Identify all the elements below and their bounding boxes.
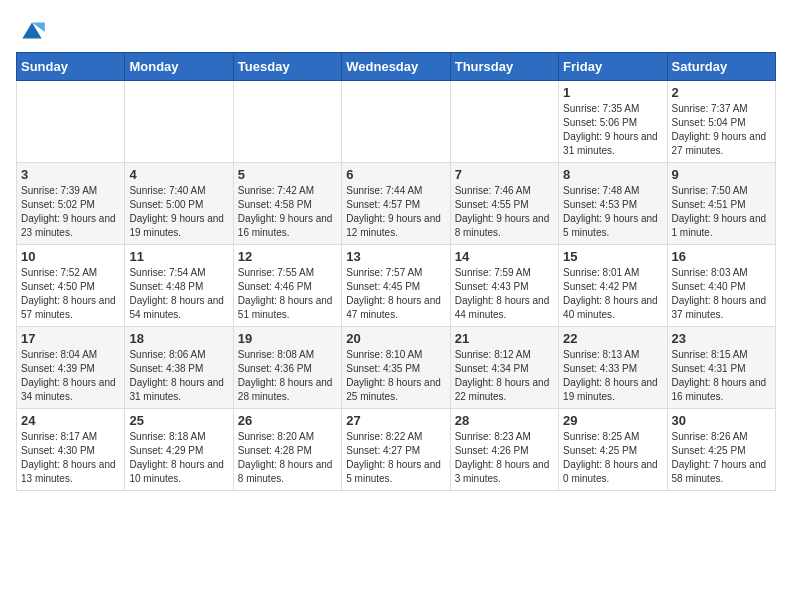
calendar-cell: 4Sunrise: 7:40 AM Sunset: 5:00 PM Daylig… bbox=[125, 163, 233, 245]
calendar-cell: 24Sunrise: 8:17 AM Sunset: 4:30 PM Dayli… bbox=[17, 409, 125, 491]
calendar-cell: 6Sunrise: 7:44 AM Sunset: 4:57 PM Daylig… bbox=[342, 163, 450, 245]
day-info: Sunrise: 8:17 AM Sunset: 4:30 PM Dayligh… bbox=[21, 430, 120, 486]
calendar-week-row: 24Sunrise: 8:17 AM Sunset: 4:30 PM Dayli… bbox=[17, 409, 776, 491]
calendar-cell: 21Sunrise: 8:12 AM Sunset: 4:34 PM Dayli… bbox=[450, 327, 558, 409]
day-info: Sunrise: 8:10 AM Sunset: 4:35 PM Dayligh… bbox=[346, 348, 445, 404]
day-number: 5 bbox=[238, 167, 337, 182]
calendar-cell: 3Sunrise: 7:39 AM Sunset: 5:02 PM Daylig… bbox=[17, 163, 125, 245]
day-number: 12 bbox=[238, 249, 337, 264]
calendar-cell bbox=[233, 81, 341, 163]
calendar-cell: 9Sunrise: 7:50 AM Sunset: 4:51 PM Daylig… bbox=[667, 163, 775, 245]
calendar-cell: 5Sunrise: 7:42 AM Sunset: 4:58 PM Daylig… bbox=[233, 163, 341, 245]
day-info: Sunrise: 7:59 AM Sunset: 4:43 PM Dayligh… bbox=[455, 266, 554, 322]
day-info: Sunrise: 7:46 AM Sunset: 4:55 PM Dayligh… bbox=[455, 184, 554, 240]
day-number: 23 bbox=[672, 331, 771, 346]
day-info: Sunrise: 8:01 AM Sunset: 4:42 PM Dayligh… bbox=[563, 266, 662, 322]
day-info: Sunrise: 8:18 AM Sunset: 4:29 PM Dayligh… bbox=[129, 430, 228, 486]
day-info: Sunrise: 8:06 AM Sunset: 4:38 PM Dayligh… bbox=[129, 348, 228, 404]
calendar-cell: 28Sunrise: 8:23 AM Sunset: 4:26 PM Dayli… bbox=[450, 409, 558, 491]
day-number: 10 bbox=[21, 249, 120, 264]
calendar-cell: 8Sunrise: 7:48 AM Sunset: 4:53 PM Daylig… bbox=[559, 163, 667, 245]
calendar-cell: 2Sunrise: 7:37 AM Sunset: 5:04 PM Daylig… bbox=[667, 81, 775, 163]
day-info: Sunrise: 8:20 AM Sunset: 4:28 PM Dayligh… bbox=[238, 430, 337, 486]
day-number: 4 bbox=[129, 167, 228, 182]
calendar-cell: 1Sunrise: 7:35 AM Sunset: 5:06 PM Daylig… bbox=[559, 81, 667, 163]
calendar-week-row: 17Sunrise: 8:04 AM Sunset: 4:39 PM Dayli… bbox=[17, 327, 776, 409]
day-info: Sunrise: 7:52 AM Sunset: 4:50 PM Dayligh… bbox=[21, 266, 120, 322]
day-number: 22 bbox=[563, 331, 662, 346]
day-number: 13 bbox=[346, 249, 445, 264]
day-info: Sunrise: 7:40 AM Sunset: 5:00 PM Dayligh… bbox=[129, 184, 228, 240]
day-info: Sunrise: 7:57 AM Sunset: 4:45 PM Dayligh… bbox=[346, 266, 445, 322]
calendar-cell: 15Sunrise: 8:01 AM Sunset: 4:42 PM Dayli… bbox=[559, 245, 667, 327]
day-number: 15 bbox=[563, 249, 662, 264]
day-info: Sunrise: 8:03 AM Sunset: 4:40 PM Dayligh… bbox=[672, 266, 771, 322]
calendar-cell: 17Sunrise: 8:04 AM Sunset: 4:39 PM Dayli… bbox=[17, 327, 125, 409]
calendar-week-row: 3Sunrise: 7:39 AM Sunset: 5:02 PM Daylig… bbox=[17, 163, 776, 245]
calendar-cell: 10Sunrise: 7:52 AM Sunset: 4:50 PM Dayli… bbox=[17, 245, 125, 327]
day-number: 7 bbox=[455, 167, 554, 182]
calendar-cell: 13Sunrise: 7:57 AM Sunset: 4:45 PM Dayli… bbox=[342, 245, 450, 327]
day-info: Sunrise: 8:13 AM Sunset: 4:33 PM Dayligh… bbox=[563, 348, 662, 404]
weekday-header-tuesday: Tuesday bbox=[233, 53, 341, 81]
day-number: 1 bbox=[563, 85, 662, 100]
weekday-header-friday: Friday bbox=[559, 53, 667, 81]
day-number: 18 bbox=[129, 331, 228, 346]
day-info: Sunrise: 7:37 AM Sunset: 5:04 PM Dayligh… bbox=[672, 102, 771, 158]
day-number: 20 bbox=[346, 331, 445, 346]
calendar-cell bbox=[125, 81, 233, 163]
day-number: 16 bbox=[672, 249, 771, 264]
calendar-cell: 7Sunrise: 7:46 AM Sunset: 4:55 PM Daylig… bbox=[450, 163, 558, 245]
calendar-cell: 29Sunrise: 8:25 AM Sunset: 4:25 PM Dayli… bbox=[559, 409, 667, 491]
day-number: 6 bbox=[346, 167, 445, 182]
calendar-cell: 11Sunrise: 7:54 AM Sunset: 4:48 PM Dayli… bbox=[125, 245, 233, 327]
weekday-header-sunday: Sunday bbox=[17, 53, 125, 81]
day-info: Sunrise: 8:22 AM Sunset: 4:27 PM Dayligh… bbox=[346, 430, 445, 486]
day-info: Sunrise: 8:26 AM Sunset: 4:25 PM Dayligh… bbox=[672, 430, 771, 486]
day-number: 19 bbox=[238, 331, 337, 346]
day-number: 17 bbox=[21, 331, 120, 346]
calendar-cell: 20Sunrise: 8:10 AM Sunset: 4:35 PM Dayli… bbox=[342, 327, 450, 409]
day-info: Sunrise: 8:08 AM Sunset: 4:36 PM Dayligh… bbox=[238, 348, 337, 404]
day-number: 2 bbox=[672, 85, 771, 100]
calendar-cell bbox=[342, 81, 450, 163]
day-info: Sunrise: 7:54 AM Sunset: 4:48 PM Dayligh… bbox=[129, 266, 228, 322]
calendar-cell: 26Sunrise: 8:20 AM Sunset: 4:28 PM Dayli… bbox=[233, 409, 341, 491]
day-number: 3 bbox=[21, 167, 120, 182]
day-info: Sunrise: 7:42 AM Sunset: 4:58 PM Dayligh… bbox=[238, 184, 337, 240]
day-number: 26 bbox=[238, 413, 337, 428]
day-number: 8 bbox=[563, 167, 662, 182]
header bbox=[16, 16, 776, 44]
day-number: 25 bbox=[129, 413, 228, 428]
day-info: Sunrise: 7:55 AM Sunset: 4:46 PM Dayligh… bbox=[238, 266, 337, 322]
day-info: Sunrise: 8:23 AM Sunset: 4:26 PM Dayligh… bbox=[455, 430, 554, 486]
weekday-header-thursday: Thursday bbox=[450, 53, 558, 81]
day-info: Sunrise: 7:35 AM Sunset: 5:06 PM Dayligh… bbox=[563, 102, 662, 158]
weekday-header-monday: Monday bbox=[125, 53, 233, 81]
day-info: Sunrise: 8:25 AM Sunset: 4:25 PM Dayligh… bbox=[563, 430, 662, 486]
day-number: 21 bbox=[455, 331, 554, 346]
calendar-week-row: 1Sunrise: 7:35 AM Sunset: 5:06 PM Daylig… bbox=[17, 81, 776, 163]
weekday-header-saturday: Saturday bbox=[667, 53, 775, 81]
logo bbox=[16, 16, 52, 44]
day-number: 9 bbox=[672, 167, 771, 182]
day-info: Sunrise: 7:44 AM Sunset: 4:57 PM Dayligh… bbox=[346, 184, 445, 240]
day-number: 29 bbox=[563, 413, 662, 428]
day-info: Sunrise: 8:12 AM Sunset: 4:34 PM Dayligh… bbox=[455, 348, 554, 404]
calendar-cell: 18Sunrise: 8:06 AM Sunset: 4:38 PM Dayli… bbox=[125, 327, 233, 409]
calendar-cell: 30Sunrise: 8:26 AM Sunset: 4:25 PM Dayli… bbox=[667, 409, 775, 491]
calendar-cell: 25Sunrise: 8:18 AM Sunset: 4:29 PM Dayli… bbox=[125, 409, 233, 491]
calendar-cell: 12Sunrise: 7:55 AM Sunset: 4:46 PM Dayli… bbox=[233, 245, 341, 327]
calendar-cell bbox=[17, 81, 125, 163]
calendar-cell: 14Sunrise: 7:59 AM Sunset: 4:43 PM Dayli… bbox=[450, 245, 558, 327]
logo-icon bbox=[16, 16, 48, 44]
calendar-cell bbox=[450, 81, 558, 163]
weekday-header-row: SundayMondayTuesdayWednesdayThursdayFrid… bbox=[17, 53, 776, 81]
calendar: SundayMondayTuesdayWednesdayThursdayFrid… bbox=[16, 52, 776, 491]
day-info: Sunrise: 8:04 AM Sunset: 4:39 PM Dayligh… bbox=[21, 348, 120, 404]
day-number: 27 bbox=[346, 413, 445, 428]
day-info: Sunrise: 7:50 AM Sunset: 4:51 PM Dayligh… bbox=[672, 184, 771, 240]
day-info: Sunrise: 7:39 AM Sunset: 5:02 PM Dayligh… bbox=[21, 184, 120, 240]
calendar-cell: 19Sunrise: 8:08 AM Sunset: 4:36 PM Dayli… bbox=[233, 327, 341, 409]
calendar-cell: 22Sunrise: 8:13 AM Sunset: 4:33 PM Dayli… bbox=[559, 327, 667, 409]
